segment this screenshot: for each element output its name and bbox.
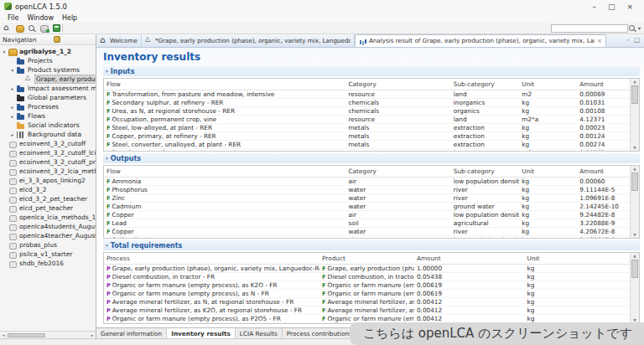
- search-options-caret-icon[interactable]: ▾: [638, 25, 641, 31]
- column-header[interactable]: Process: [104, 253, 319, 264]
- table-row[interactable]: PAverage mineral fertilizer, as N, at re…: [104, 297, 630, 306]
- nav-tree-item[interactable]: ei_3_3_apos_linking2: [0, 176, 96, 185]
- editor-tab[interactable]: Welcome ×: [96, 34, 142, 47]
- nav-tree-item[interactable]: elcd_3_2: [0, 185, 96, 194]
- import-database-icon[interactable]: [40, 24, 49, 33]
- nav-tree-item[interactable]: ecoinvent_3_2_cutoff: [0, 139, 96, 148]
- quick-search-input[interactable]: [551, 24, 628, 33]
- expander-icon[interactable]: ▾: [10, 68, 15, 73]
- table-row[interactable]: FSulfur dioxideairlow population density…: [104, 235, 630, 239]
- table-row[interactable]: FSecondary sulphur, at refinery - RERche…: [104, 98, 630, 106]
- maximize-panel-icon[interactable]: [85, 35, 93, 44]
- nav-tree-item[interactable]: shdb_feb2016: [0, 259, 96, 268]
- table-row[interactable]: FOccupation, permanent crop, vineresourc…: [104, 115, 630, 123]
- close-tab-icon[interactable]: ×: [597, 38, 602, 44]
- scroll-up-icon[interactable]: ▲: [633, 166, 636, 172]
- nav-tree-item[interactable]: Social indicators: [0, 121, 96, 130]
- nav-tree-item[interactable]: ▸ Processes: [0, 102, 96, 111]
- nav-tree-item[interactable]: probas_plus: [0, 240, 96, 250]
- table-row[interactable]: FZincwaterriverkg1.09691E-8: [104, 193, 630, 202]
- minimize-editor-icon[interactable]: –: [626, 36, 630, 44]
- expander-icon[interactable]: ▸: [10, 86, 15, 91]
- column-header[interactable]: Product: [319, 253, 414, 264]
- column-header[interactable]: Unit: [525, 253, 630, 264]
- nav-tree-item[interactable]: openlca4teacher_August2016: [0, 231, 96, 240]
- expander-icon[interactable]: ▸: [10, 114, 15, 119]
- result-tab[interactable]: Inventory results: [167, 328, 236, 338]
- nav-tree-item[interactable]: ▾ agribalyse_1_2: [0, 47, 96, 56]
- scrollbar-thumb[interactable]: [8, 333, 45, 337]
- nav-tree-item[interactable]: elcd_3_2_pet_teacher: [0, 194, 96, 203]
- menu-item[interactable]: Window: [23, 14, 58, 22]
- total-requirements-table-scrollbar[interactable]: ▲ ▼: [630, 253, 639, 323]
- scroll-left-icon[interactable]: ◄: [0, 333, 6, 337]
- scrollbar-thumb[interactable]: [631, 172, 638, 191]
- nav-tree-item[interactable]: openlca4students_August2016: [0, 222, 96, 231]
- scroll-right-icon[interactable]: ►: [90, 333, 96, 337]
- scrollbar-thumb[interactable]: [631, 85, 638, 104]
- column-header[interactable]: Amount: [577, 79, 630, 90]
- collapse-icon[interactable]: ▾: [106, 156, 108, 161]
- search-database-icon[interactable]: [28, 24, 36, 33]
- column-header[interactable]: Flow: [104, 166, 345, 177]
- column-header[interactable]: Category: [345, 166, 450, 177]
- table-row[interactable]: PAverage mineral fertilizer, as K2O, at …: [104, 306, 630, 314]
- nav-tree-item[interactable]: elcd_pet_teacher: [0, 203, 96, 213]
- scroll-up-icon[interactable]: ▲: [633, 79, 636, 85]
- scroll-up-icon[interactable]: ▲: [633, 253, 636, 259]
- table-row[interactable]: FAmmoniaairlow population densitykg0.000…: [104, 177, 630, 185]
- maximize-editor-icon[interactable]: □: [634, 36, 640, 44]
- column-header[interactable]: Amount: [414, 253, 525, 264]
- scrollbar-thumb[interactable]: [631, 260, 638, 278]
- column-header[interactable]: Flow: [104, 79, 345, 90]
- table-row[interactable]: FUrea, as N, at regional storehouse - RE…: [104, 106, 630, 115]
- table-row[interactable]: FTransformation, from permanent crop, vi…: [104, 148, 630, 152]
- column-header[interactable]: Unit: [519, 79, 577, 90]
- column-header[interactable]: Sub-category: [451, 166, 520, 177]
- inputs-table-scrollbar[interactable]: ▲ ▼: [630, 79, 639, 151]
- result-tab[interactable]: General information: [96, 328, 167, 338]
- view-menu-icon[interactable]: [63, 35, 71, 44]
- expander-icon[interactable]: ▸: [10, 132, 15, 137]
- column-header[interactable]: Amount: [577, 166, 630, 177]
- scroll-down-icon[interactable]: ▼: [633, 232, 636, 238]
- table-row[interactable]: FCopperwaterriverkg4.20672E-8: [104, 227, 630, 235]
- nav-tree-item[interactable]: ecoinvent_3_2_lcia_methods_1: [0, 167, 96, 176]
- home-icon[interactable]: [3, 24, 12, 33]
- column-header[interactable]: Unit: [519, 166, 577, 177]
- minimize-panel-icon[interactable]: [74, 35, 82, 44]
- nav-tree-item[interactable]: Projects: [0, 56, 96, 65]
- menu-item[interactable]: Help: [58, 14, 81, 22]
- nav-tree-item[interactable]: ▸ Impact assessment methods: [0, 84, 96, 93]
- nav-tree-item[interactable]: Grape, early production (phas: [0, 75, 96, 84]
- total-requirements-section-header[interactable]: ▾ Total requirements: [103, 240, 640, 250]
- collapse-icon[interactable]: ▾: [106, 69, 108, 74]
- nav-tree-item[interactable]: ▾ Product systems: [0, 65, 96, 75]
- editor-tab[interactable]: Analysis result of Grape, early producti…: [355, 34, 606, 47]
- link-with-editor-icon[interactable]: [54, 36, 60, 43]
- result-tab[interactable]: Process contributions: [283, 328, 357, 338]
- nav-tree-item[interactable]: ▸ Background data: [0, 130, 96, 139]
- table-row[interactable]: FLeadsoilagriculturalkg3.22088E-9: [104, 219, 630, 227]
- nav-tree-item[interactable]: ▸ Flows: [0, 111, 96, 121]
- table-row[interactable]: FPhosphoruswaterriverkg9.11144E-5: [104, 185, 630, 193]
- table-row[interactable]: FSteel, converter, unalloyed, at plant -…: [104, 140, 630, 148]
- nav-horizontal-scrollbar[interactable]: ◄ ►: [0, 331, 96, 338]
- result-tab[interactable]: LCIA Results: [236, 328, 283, 338]
- table-row[interactable]: POrganic or farm manure (empty process),…: [104, 289, 630, 297]
- table-row[interactable]: FCopperairlow population densitykg9.2448…: [104, 210, 630, 219]
- column-header[interactable]: Category: [345, 79, 450, 90]
- close-window-button[interactable]: ×: [626, 3, 633, 11]
- calculate-icon[interactable]: [53, 24, 60, 32]
- table-row[interactable]: PGrape, early production (phase), organi…: [104, 264, 630, 272]
- table-row[interactable]: FCopper, primary, at refinery - RERmetal…: [104, 131, 630, 140]
- table-row[interactable]: PDiesel combustion, in tractor - FRFDies…: [104, 272, 630, 281]
- nav-tree-item[interactable]: openlca_lcia_methods_1_5_5: [0, 213, 96, 222]
- nav-tree-item[interactable]: Global parameters: [0, 93, 96, 102]
- inputs-section-header[interactable]: ▾ Inputs: [103, 66, 640, 76]
- nav-tree-item[interactable]: ecoinvent_3_2_cutoff_projekte: [0, 157, 96, 167]
- maximize-window-button[interactable]: □: [608, 3, 615, 11]
- minimize-window-button[interactable]: –: [592, 3, 596, 11]
- collapse-icon[interactable]: ▾: [106, 243, 108, 248]
- table-row[interactable]: FCadmiumwaterground waterkg2.14245E-10: [104, 202, 630, 210]
